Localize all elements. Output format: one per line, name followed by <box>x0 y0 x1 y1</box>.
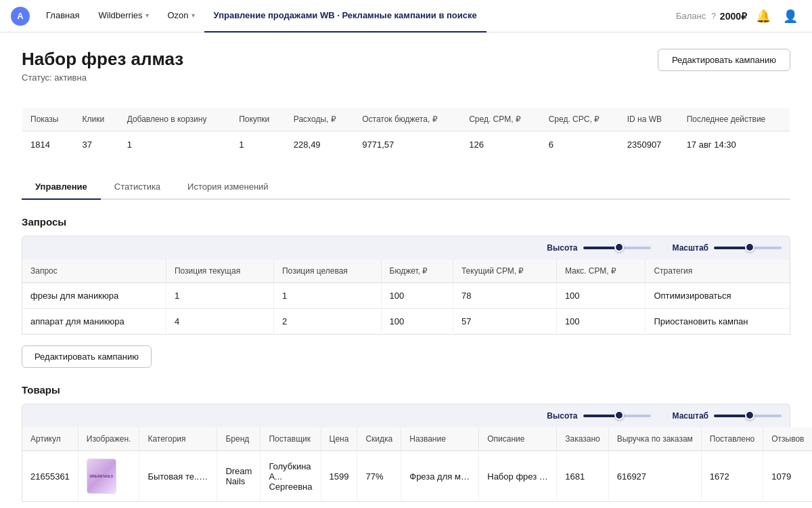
goods-price: 1599 <box>321 451 357 502</box>
tab-management[interactable]: Управление <box>22 175 101 200</box>
goods-height-slider-group: Высота <box>547 411 650 421</box>
product-image: DREAM NAILS <box>87 459 116 494</box>
requests-title: Запросы <box>22 216 790 228</box>
goods-section: Товары Высота Масштаб Артикул <box>22 384 790 502</box>
balance-label: Баланс <box>676 11 706 21</box>
goods-col-name: Название <box>401 427 479 451</box>
stat-clicks: 37 <box>74 131 119 158</box>
req-strategy-2: Приостановить кампан <box>646 309 790 335</box>
help-icon[interactable]: ? <box>711 12 716 21</box>
goods-height-slider[interactable] <box>583 415 651 417</box>
req-strategy-1: Оптимизироваться <box>646 283 790 309</box>
stat-cart: 1 <box>119 131 231 158</box>
req-budget-1: 100 <box>381 283 453 309</box>
stat-avg-cpc: 6 <box>541 131 619 158</box>
col-avg-cpm: Сред. СРМ, ₽ <box>461 108 540 131</box>
goods-category: Бытовая те... > Красота... <box>139 451 217 502</box>
goods-brand: Dream Nails <box>217 451 261 502</box>
goods-col-category: Категория <box>139 427 217 451</box>
req-pos-current-2: 4 <box>166 309 273 335</box>
stat-expenses: 228,49 <box>286 131 354 158</box>
req-col-budget: Бюджет, ₽ <box>381 259 453 283</box>
req-col-pos-target: Позиция целевая <box>273 259 381 283</box>
page-status: Статус: активна <box>22 72 183 83</box>
req-query-1: фрезы для маникюра <box>22 283 166 309</box>
goods-scale-slider[interactable] <box>714 415 782 417</box>
req-pos-current-1: 1 <box>166 283 273 309</box>
requests-table: Запрос Позиция текущая Позиция целевая Б… <box>22 259 790 335</box>
edit-campaign-button-top[interactable]: Редактировать кампанию <box>658 49 790 71</box>
tab-history[interactable]: История изменений <box>174 175 282 200</box>
req-pos-target-2: 2 <box>273 309 381 335</box>
goods-description: Набор фрез аппаратно... <box>479 451 557 502</box>
goods-height-label: Высота <box>547 411 577 421</box>
col-expenses: Расходы, ₽ <box>286 108 354 131</box>
req-budget-2: 100 <box>381 309 453 335</box>
col-budget-left: Остаток бюджета, ₽ <box>354 108 461 131</box>
goods-scale-label: Масштаб <box>673 411 708 421</box>
stats-table: Показы Клики Добавлено в корзину Покупки… <box>22 107 790 158</box>
chevron-down-icon: ▾ <box>191 12 195 19</box>
edit-campaign-button-mid[interactable]: Редактировать кампанию <box>22 345 152 368</box>
req-pos-target-1: 1 <box>273 283 381 309</box>
col-avg-cpc: Сред. CPC, ₽ <box>541 108 619 131</box>
goods-image-cell: DREAM NAILS <box>78 451 139 502</box>
col-cart: Добавлено в корзину <box>119 108 231 131</box>
scale-slider[interactable] <box>714 247 782 249</box>
goods-col-ordered: Заказано <box>557 427 608 451</box>
tab-statistics[interactable]: Статистика <box>101 175 174 200</box>
user-icon[interactable]: 👤 <box>780 5 801 27</box>
nav-ozon-label: Ozon <box>168 10 189 20</box>
req-col-current-cpm: Текущий СРМ, ₽ <box>453 259 556 283</box>
goods-name: Фреза для маникюра/Н... <box>401 451 479 502</box>
goods-slider-row: Высота Масштаб <box>22 404 790 427</box>
requests-section: Запросы Высота Масштаб Запрос <box>22 216 790 379</box>
main-content: Набор фрез алмаз Статус: активна Редакти… <box>0 33 812 508</box>
nav-campaign[interactable]: Управление продажами WB · Рекламные камп… <box>204 0 487 33</box>
chevron-down-icon: ▾ <box>145 12 149 19</box>
page-header: Набор фрез алмаз Статус: активна Редакти… <box>22 49 790 96</box>
balance-amount: 2000₽ <box>720 11 747 22</box>
scale-slider-group: Масштаб <box>673 243 782 253</box>
logo[interactable]: А <box>11 7 30 26</box>
goods-col-article: Артикул <box>22 427 78 451</box>
table-row: 21655361 DREAM NAILS Бытовая те... > Кра… <box>22 451 813 502</box>
height-slider-label: Высота <box>547 243 577 253</box>
nav-wb-label: Wildberries <box>98 10 142 20</box>
req-col-pos-current: Позиция текущая <box>166 259 273 283</box>
req-max-cpm-2: 100 <box>556 309 646 335</box>
stat-purchases: 1 <box>231 131 286 158</box>
req-col-query: Запрос <box>22 259 166 283</box>
goods-col-discount: Скидка <box>357 427 401 451</box>
notifications-icon[interactable]: 🔔 <box>752 5 774 27</box>
goods-col-price: Цена <box>321 427 357 451</box>
stat-last-action: 17 авг 14:30 <box>679 131 790 158</box>
col-clicks: Клики <box>74 108 119 131</box>
req-col-strategy: Стратегия <box>646 259 790 283</box>
tab-bar: Управление Статистика История изменений <box>22 175 790 200</box>
nav-home[interactable]: Главная <box>37 0 89 33</box>
goods-col-delivered: Поставлено <box>701 427 763 451</box>
goods-reviews: 1079 <box>763 451 812 502</box>
goods-col-revenue: Выручка по заказам <box>608 427 701 451</box>
goods-ordered: 1681 <box>557 451 608 502</box>
goods-discount: 77% <box>357 451 401 502</box>
stat-avg-cpm: 126 <box>461 131 540 158</box>
nav-wildberries[interactable]: Wildberries ▾ <box>89 0 158 33</box>
scale-slider-label: Масштаб <box>673 243 708 253</box>
nav-ozon[interactable]: Ozon ▾ <box>158 0 204 33</box>
height-slider[interactable] <box>583 247 651 249</box>
stat-budget-left: 9771,57 <box>354 131 461 158</box>
goods-supplier: Голубкина А... Сергеевна <box>261 451 321 502</box>
goods-article: 21655361 <box>22 451 78 502</box>
goods-col-description: Описание <box>479 427 557 451</box>
goods-col-reviews: Отзывов <box>763 427 812 451</box>
goods-col-image: Изображен. <box>78 427 139 451</box>
col-shows: Показы <box>22 108 74 131</box>
req-current-cpm-1: 78 <box>453 283 556 309</box>
requests-slider-row: Высота Масштаб <box>22 236 790 259</box>
goods-title: Товары <box>22 384 790 396</box>
col-id-wb: ID на WB <box>619 108 679 131</box>
stats-row: 1814 37 1 1 228,49 9771,57 126 6 2350907… <box>22 131 790 158</box>
goods-revenue: 616927 <box>608 451 701 502</box>
